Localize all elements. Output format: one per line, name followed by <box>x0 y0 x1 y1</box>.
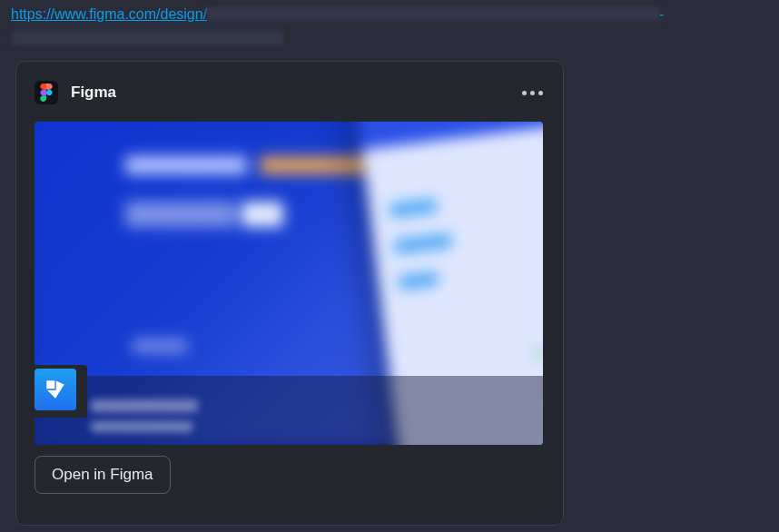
preview-footer-overlay <box>35 376 543 445</box>
figma-logo-icon <box>35 81 58 104</box>
preview-file-title-redacted <box>91 399 198 412</box>
more-options-icon <box>522 91 543 95</box>
preview-meta <box>91 399 198 432</box>
figma-preview-thumbnail[interactable] <box>35 122 543 445</box>
url-redacted-segment-1 <box>207 6 659 21</box>
more-options-button[interactable] <box>519 80 545 105</box>
figma-file-icon <box>35 369 76 410</box>
open-in-figma-button[interactable]: Open in Figma <box>35 456 171 494</box>
url-redacted-segment-2 <box>11 31 283 45</box>
figma-url-link[interactable]: https://www.figma.com/design/ <box>11 6 207 22</box>
embed-header: Figma <box>35 76 545 109</box>
message-link-line: https://www.figma.com/design/- <box>11 4 721 50</box>
page: https://www.figma.com/design/- Figma <box>0 0 779 532</box>
preview-file-subtitle-redacted <box>91 421 192 432</box>
preview-file-icon-tab <box>35 365 87 418</box>
figma-embed-card: Figma <box>15 61 564 526</box>
embed-provider-name: Figma <box>71 84 519 102</box>
